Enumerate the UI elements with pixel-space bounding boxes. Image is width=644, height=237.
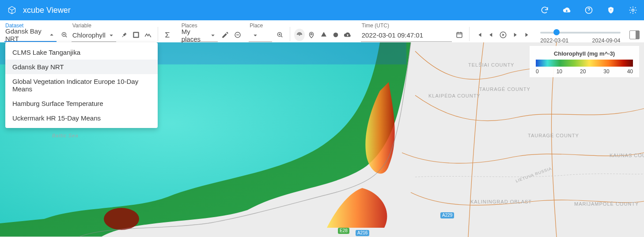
refresh-icon[interactable] [540, 5, 549, 15]
places-value: My places [182, 28, 207, 43]
time-prev-icon[interactable] [486, 29, 496, 41]
color-legend: Chlorophyll (mg m^-3) 0 10 20 30 40 [530, 46, 639, 77]
timeline-start: 2022-03-01 [540, 38, 568, 44]
svg-point-9 [311, 34, 312, 35]
time-slider-thumb[interactable] [553, 29, 560, 35]
dataset-value: Gdansk Bay NRT [5, 27, 46, 42]
route-badge: A229 [440, 212, 454, 218]
timeline-end: 2024-09-04 [592, 38, 621, 44]
time-next-icon[interactable] [510, 29, 520, 41]
pin-icon[interactable] [119, 29, 129, 41]
legend-title: Chlorophyll (mg m^-3) [536, 50, 633, 57]
chevron-up-icon [48, 31, 56, 39]
dataset-option[interactable]: CLMS Lake Tanganjika [5, 45, 158, 60]
variable-value: Chlorophyll [72, 31, 106, 39]
place-select[interactable]: Place [249, 22, 272, 42]
chevron-down-icon [107, 31, 115, 39]
app-logo-icon [6, 4, 18, 16]
cloud-download-icon[interactable] [562, 5, 572, 15]
dataset-option[interactable]: Gdansk Bay NRT [5, 60, 158, 74]
legend-tick: 0 [536, 68, 539, 75]
legend-colorbar [536, 60, 633, 67]
draw-marker-icon[interactable] [307, 29, 317, 41]
draw-polygon-icon[interactable] [318, 29, 329, 41]
svg-point-8 [299, 34, 300, 36]
place-label: Place [249, 22, 272, 30]
settings-icon[interactable] [628, 5, 638, 15]
route-badge: E28 [338, 228, 349, 234]
dataset-option[interactable]: Uckermark HR 15-Day Means [5, 111, 158, 125]
dataset-dropdown-menu: CLMS Lake Tanganjika Gdansk Bay NRT Glob… [5, 42, 158, 128]
main-toolbar: Dataset Gdansk Bay NRT Variable Chloroph… [0, 20, 644, 42]
app-bar: xcube Viewer [0, 0, 644, 20]
legend-tick: 20 [580, 68, 586, 75]
timeseries-icon[interactable] [143, 29, 153, 41]
time-last-icon[interactable] [522, 29, 532, 41]
variable-label: Variable [72, 22, 116, 30]
svg-point-1 [610, 9, 612, 11]
shield-icon[interactable] [606, 5, 616, 15]
zoom-dataset-icon[interactable] [59, 29, 69, 41]
grid-plot-icon[interactable] [131, 29, 141, 41]
time-first-icon[interactable] [474, 29, 484, 41]
remove-place-icon[interactable] [232, 29, 242, 41]
legend-tick: 40 [627, 68, 633, 75]
edit-places-icon[interactable] [220, 29, 231, 41]
toggle-side-panel-icon[interactable] [629, 30, 640, 39]
chevron-down-icon [209, 31, 217, 39]
places-select[interactable]: Places My places [181, 22, 218, 42]
time-value: 2022-03-01 09:47:01 [362, 31, 423, 39]
legend-tick: 30 [603, 68, 609, 75]
time-label: Time (UTC) [361, 22, 452, 30]
dataset-select[interactable]: Dataset Gdansk Bay NRT [4, 22, 57, 42]
zoom-place-icon[interactable] [275, 29, 285, 41]
chevron-down-icon [251, 31, 259, 39]
dataset-option[interactable]: Global Vegetation Indicator Europe 10-Da… [5, 74, 158, 96]
svg-point-2 [632, 9, 634, 11]
variable-select[interactable]: Variable Chlorophyll [72, 22, 116, 42]
legend-tick: 10 [557, 68, 562, 75]
time-play-icon[interactable] [498, 29, 508, 41]
calendar-icon[interactable] [455, 29, 465, 41]
upload-geometry-icon[interactable] [342, 29, 352, 41]
time-field[interactable]: Time (UTC) 2022-03-01 09:47:01 [361, 22, 452, 42]
dataset-option[interactable]: Hamburg Surface Temperature [5, 96, 158, 111]
help-icon[interactable] [584, 5, 594, 15]
sigma-icon[interactable] [162, 29, 172, 41]
app-title: xcube Viewer [23, 6, 71, 15]
svg-rect-5 [134, 33, 138, 37]
svg-rect-11 [457, 33, 462, 38]
draw-point-radar-icon[interactable] [294, 29, 304, 41]
draw-circle-icon[interactable] [330, 29, 341, 41]
time-slider[interactable]: 2022-03-01 2024-09-04 [540, 29, 620, 44]
svg-point-10 [333, 33, 338, 38]
route-badge: A216 [356, 230, 369, 236]
